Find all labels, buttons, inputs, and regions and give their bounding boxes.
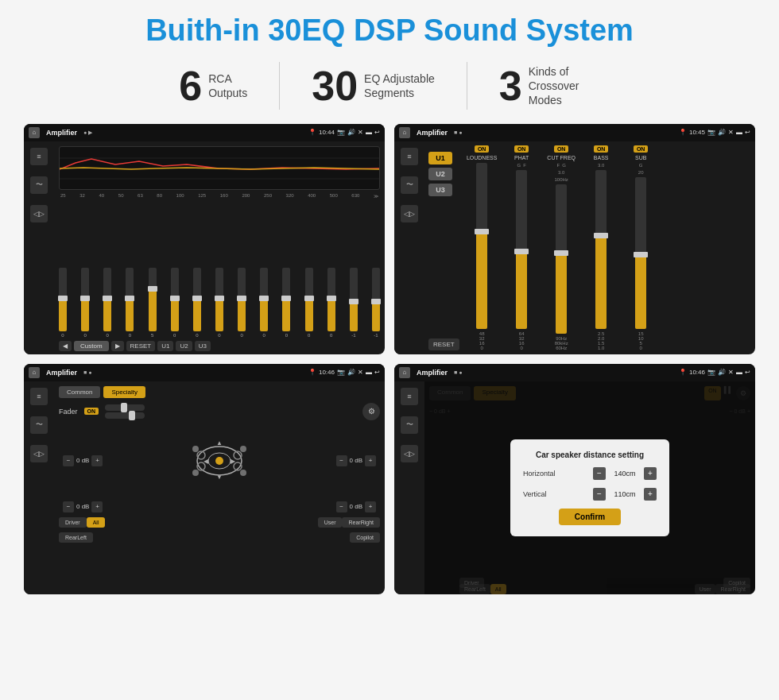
fader-plus-2[interactable]: +: [365, 455, 376, 466]
page-title: Buith-in 30EQ DSP Sound System: [145, 14, 634, 48]
fader-main-area: Common Specialty Fader ON ⚙: [54, 381, 385, 594]
eq-preset-label: Custom: [74, 341, 109, 351]
fader-val-4: 0 dB: [350, 503, 362, 510]
bass-on[interactable]: ON: [594, 145, 609, 153]
fader-copilot-btn[interactable]: Copilot: [350, 532, 380, 543]
vol-icon-4: 🔊: [718, 369, 726, 376]
eq-slider-12[interactable]: 0: [305, 268, 313, 338]
bat-icon-1: ▬: [366, 129, 372, 136]
eq-slider-8[interactable]: 0: [215, 268, 223, 338]
fader-plus-1[interactable]: +: [91, 455, 103, 466]
amp-icon-3[interactable]: ◁▷: [401, 205, 418, 222]
fader-minus-3[interactable]: −: [63, 501, 74, 512]
fader-on-badge[interactable]: ON: [84, 408, 99, 415]
spk-icon-2[interactable]: 〜: [401, 416, 418, 434]
home-icon-2[interactable]: ⌂: [399, 127, 410, 138]
eq-u2-btn[interactable]: U2: [176, 341, 192, 351]
x-icon-4: ✕: [728, 369, 734, 376]
vertical-ctrl: − 110cm +: [593, 488, 657, 501]
cam-icon-1: 📷: [337, 129, 345, 136]
sub-slider[interactable]: [635, 177, 646, 329]
eq-play-btn[interactable]: ▶: [111, 341, 124, 351]
bat-icon-2: ▬: [736, 129, 742, 136]
back-icon-3[interactable]: ↩: [374, 369, 380, 376]
cutfreq-on[interactable]: ON: [554, 145, 569, 153]
time-4: 10:46: [689, 369, 705, 376]
confirm-button[interactable]: Confirm: [559, 509, 621, 525]
u1-btn[interactable]: U1: [428, 152, 452, 164]
fader-plus-4[interactable]: +: [365, 501, 376, 512]
fader-minus-2[interactable]: −: [336, 455, 347, 466]
u3-btn[interactable]: U3: [428, 184, 452, 196]
bass-slider[interactable]: [595, 170, 607, 329]
eq-slider-10[interactable]: 0: [260, 268, 268, 338]
back-icon-2[interactable]: ↩: [745, 129, 750, 136]
eq-icon-1[interactable]: ≡: [30, 148, 48, 165]
spk-bottom-btns-2: RearLeft All User RearRight: [455, 584, 755, 594]
phat-on[interactable]: ON: [514, 145, 529, 153]
back-icon-1[interactable]: ↩: [374, 129, 380, 136]
back-icon-4[interactable]: ↩: [745, 369, 750, 376]
fader-h-track-1[interactable]: [105, 404, 145, 411]
fader-tab-common[interactable]: Common: [59, 386, 100, 398]
fader-val-2: 0 dB: [350, 457, 362, 464]
horizontal-plus-btn[interactable]: +: [644, 467, 657, 480]
loudness-on[interactable]: ON: [475, 145, 490, 153]
eq-slider-14[interactable]: -1: [350, 268, 358, 338]
amp-phat-col: ON PHAT GF 6432160: [504, 145, 540, 350]
eq-slider-11[interactable]: 0: [282, 268, 290, 338]
fader-user-btn[interactable]: User: [318, 517, 343, 528]
vertical-plus-btn[interactable]: +: [644, 488, 657, 501]
fader-db-left-2: − 0 dB +: [63, 501, 103, 512]
eq-slider-4[interactable]: 0: [126, 268, 134, 338]
fader-tab-specialty[interactable]: Specialty: [103, 386, 145, 398]
eq-slider-15[interactable]: -1: [372, 268, 380, 338]
fader-rearleft-btn[interactable]: RearLeft: [59, 532, 93, 543]
fader-minus-1[interactable]: −: [63, 455, 74, 466]
eq-u3-btn[interactable]: U3: [195, 341, 211, 351]
horizontal-minus-btn[interactable]: −: [593, 467, 606, 480]
spk-icon-3[interactable]: ◁▷: [401, 445, 418, 462]
home-icon-4[interactable]: ⌂: [399, 367, 410, 378]
spk-main-area: Common Specialty ON ▌▌ ⚙ −0 dB+: [424, 381, 755, 594]
status-icons-1: 📍 10:44 📷 🔊 ✕ ▬ ↩: [308, 129, 380, 136]
fader-settings-icon[interactable]: ⚙: [362, 403, 380, 420]
eq-prev-btn[interactable]: ◀: [59, 341, 72, 351]
fader-icon-2[interactable]: 〜: [30, 416, 48, 434]
fader-minus-4[interactable]: −: [336, 501, 347, 512]
eq-slider-2[interactable]: 0: [81, 268, 89, 338]
cutfreq-slider[interactable]: [556, 184, 567, 334]
eq-slider-3[interactable]: 0: [103, 268, 111, 338]
eq-slider-9[interactable]: 0: [238, 268, 246, 338]
vol-icon-2: 🔊: [718, 129, 726, 136]
sub-on[interactable]: ON: [634, 145, 649, 153]
amp-reset-btn[interactable]: RESET: [428, 338, 459, 350]
fader-icon-1[interactable]: ≡: [30, 388, 48, 405]
amp-icon-2[interactable]: 〜: [401, 176, 418, 194]
eq-slider-13[interactable]: 0: [327, 268, 335, 338]
eq-slider-6[interactable]: 0: [171, 268, 179, 338]
eq-icon-2[interactable]: 〜: [30, 176, 48, 194]
eq-slider-1[interactable]: 0: [59, 268, 67, 338]
vertical-minus-btn[interactable]: −: [593, 488, 606, 501]
fader-driver-btn[interactable]: Driver: [59, 517, 87, 528]
car-svg: ▲ ▼ ◀ ▶: [184, 425, 255, 497]
loudness-slider[interactable]: [476, 163, 487, 329]
amp-icon-1[interactable]: ≡: [401, 148, 418, 165]
fader-all-btn[interactable]: All: [87, 517, 106, 528]
home-icon-3[interactable]: ⌂: [29, 367, 40, 378]
home-icon[interactable]: ⌂: [29, 127, 40, 138]
fader-plus-3[interactable]: +: [91, 501, 103, 512]
phat-slider[interactable]: [516, 170, 527, 329]
eq-slider-7[interactable]: 0: [193, 268, 201, 338]
u2-btn[interactable]: U2: [428, 168, 452, 180]
stats-row: 6 RCAOutputs 30 EQ AdjustableSegments 3 …: [24, 62, 755, 110]
eq-slider-5[interactable]: 5: [149, 268, 157, 338]
spk-icon-1[interactable]: ≡: [401, 388, 418, 405]
fader-rearright-btn[interactable]: RearRight: [342, 517, 380, 528]
fader-h-track-2[interactable]: [105, 412, 145, 419]
eq-icon-3[interactable]: ◁▷: [30, 205, 48, 222]
eq-reset-btn[interactable]: RESET: [126, 341, 156, 351]
eq-u1-btn[interactable]: U1: [157, 341, 173, 351]
fader-icon-3[interactable]: ◁▷: [30, 445, 48, 462]
